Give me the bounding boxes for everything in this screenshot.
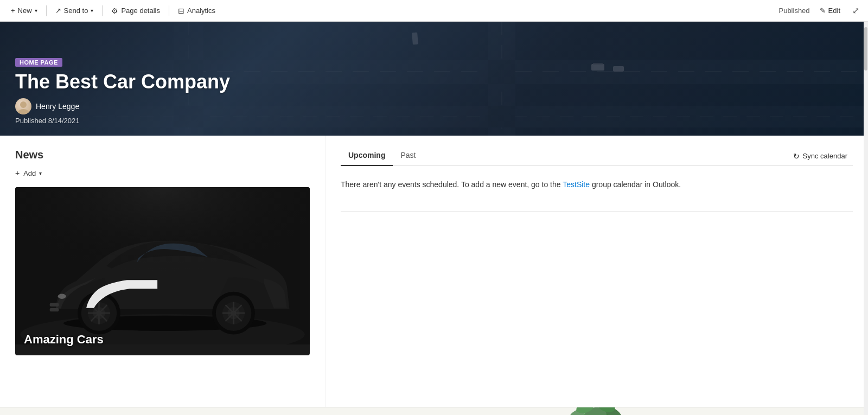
hero-banner: HOME PAGE The Best Car Company Henry Leg… <box>0 22 868 136</box>
add-button[interactable]: + Add ▾ <box>15 167 42 180</box>
past-tab[interactable]: Past <box>393 146 423 166</box>
events-empty-message: There aren't any events scheduled. To ad… <box>341 175 853 195</box>
author-section: Henry Legge <box>15 98 230 114</box>
toolbar-right: Published ✎ Edit ⤢ <box>778 3 861 18</box>
sync-calendar-button[interactable]: ↻ Sync calendar <box>788 149 853 164</box>
send-to-chevron-icon: ▾ <box>91 8 93 14</box>
expand-button[interactable]: ⤢ <box>850 3 861 18</box>
car-image <box>15 187 310 344</box>
upcoming-tab-label: Upcoming <box>348 151 385 159</box>
send-to-label: Send to <box>64 7 88 15</box>
events-divider <box>341 211 853 212</box>
separator-2 <box>102 5 103 16</box>
news-panel: News + Add ▾ <box>0 136 326 407</box>
avatar-image <box>15 98 31 114</box>
new-label: New <box>18 7 32 15</box>
separator-3 <box>169 5 169 16</box>
news-card-title: Amazing Cars <box>24 333 104 347</box>
testsite-link[interactable]: TestSite <box>563 180 590 189</box>
toolbar: + New ▾ ↗ Send to ▾ ⚙ Page details ⊟ Ana… <box>0 0 868 22</box>
page-details-button[interactable]: ⚙ Page details <box>107 4 164 17</box>
empty-text-after: group calendar in Outlook. <box>590 180 681 189</box>
expand-icon: ⤢ <box>852 6 859 15</box>
scrollbar[interactable] <box>864 22 868 415</box>
analytics-label: Analytics <box>187 7 215 15</box>
bottom-banner: Are you behind on your expenses? <box>0 407 868 415</box>
avatar <box>15 98 31 114</box>
send-to-icon: ↗ <box>55 7 61 15</box>
events-panel: Upcoming Past ↻ Sync calendar There aren… <box>326 136 868 407</box>
hero-content: HOME PAGE The Best Car Company Henry Leg… <box>15 57 230 125</box>
svg-rect-44 <box>15 187 310 344</box>
page-details-icon: ⚙ <box>111 7 118 15</box>
new-icon: + <box>11 7 15 15</box>
edit-pencil-icon: ✎ <box>820 7 826 15</box>
sync-label: Sync calendar <box>803 152 847 160</box>
separator-1 <box>46 5 47 16</box>
new-chevron-icon: ▾ <box>35 8 37 14</box>
scrollbar-thumb[interactable] <box>864 27 867 71</box>
edit-button[interactable]: ✎ Edit <box>815 4 845 17</box>
news-card[interactable]: Amazing Cars <box>15 187 310 355</box>
events-tabs: Upcoming Past ↻ Sync calendar <box>341 146 853 166</box>
page-title: The Best Car Company <box>15 71 230 93</box>
analytics-icon: ⊟ <box>178 7 184 15</box>
published-date: Published 8/14/2021 <box>15 117 230 125</box>
published-status: Published <box>778 7 809 15</box>
empty-text-before: There aren't any events scheduled. To ad… <box>341 180 563 189</box>
page-details-label: Page details <box>121 7 160 15</box>
edit-label: Edit <box>828 7 840 15</box>
testsite-link-text: TestSite <box>563 180 590 189</box>
add-icon: + <box>15 169 20 177</box>
toolbar-left: + New ▾ ↗ Send to ▾ ⚙ Page details ⊟ Ana… <box>7 4 778 17</box>
news-heading: News <box>15 149 310 161</box>
send-to-button[interactable]: ↗ Send to ▾ <box>51 4 98 17</box>
plant-image <box>542 407 651 415</box>
add-chevron-icon: ▾ <box>39 170 42 176</box>
analytics-button[interactable]: ⊟ Analytics <box>174 4 220 17</box>
main-content: News + Add ▾ <box>0 136 868 407</box>
add-label: Add <box>23 169 36 177</box>
svg-point-18 <box>20 101 27 108</box>
upcoming-tab[interactable]: Upcoming <box>341 146 393 166</box>
author-name: Henry Legge <box>36 102 79 111</box>
past-tab-label: Past <box>400 151 416 159</box>
home-page-badge: HOME PAGE <box>15 58 62 67</box>
svg-point-19 <box>18 109 29 114</box>
sync-icon: ↻ <box>793 152 800 161</box>
new-button[interactable]: + New ▾ <box>7 4 42 17</box>
